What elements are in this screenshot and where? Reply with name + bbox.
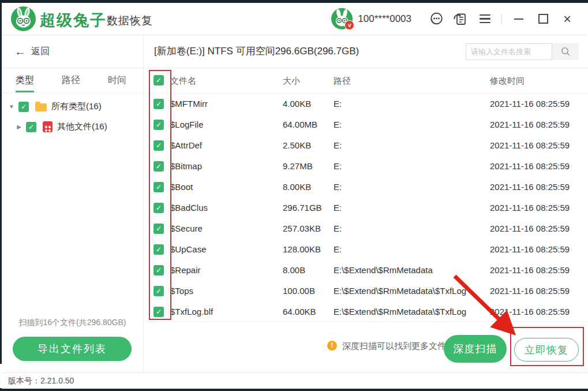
action-bar: ! 深度扫描可以找到更多文件 深度扫描 立即恢复 xyxy=(144,321,588,373)
tab-time[interactable]: 时间 xyxy=(94,68,140,92)
file-name: $Tops xyxy=(170,281,193,301)
file-path: E: xyxy=(334,156,342,177)
table-row[interactable]: ✓$Secure257.03KBE:2021-11-16 08:25:59 xyxy=(144,218,588,239)
row-checkbox[interactable]: ✓ xyxy=(153,244,164,255)
file-size: 2.50KB xyxy=(283,135,311,156)
export-file-list-button[interactable]: 导出文件列表 xyxy=(13,337,132,361)
caret-down-icon[interactable]: ▼ xyxy=(8,103,16,110)
status-bar: 版本号：2.21.0.50 xyxy=(2,373,588,389)
file-modified: 2021-11-16 08:25:59 xyxy=(490,239,570,260)
file-size: 128.00KB xyxy=(283,239,321,260)
tree-checkbox[interactable]: ✓ xyxy=(18,102,29,112)
tab-path[interactable]: 路径 xyxy=(48,68,94,92)
table-row[interactable]: ✓$TxfLog.blf64.00KBE:\$Extend\$RmMetadat… xyxy=(144,301,588,322)
caret-right-icon[interactable]: ▶ xyxy=(15,124,23,130)
file-path: E:\$Extend\$RmMetadata xyxy=(334,260,433,281)
file-name: $UpCase xyxy=(170,239,207,260)
file-size: 257.03KB xyxy=(283,218,321,239)
tree-checkbox[interactable]: ✓ xyxy=(26,122,36,132)
product-title: 数据恢复 xyxy=(107,13,153,28)
table-row[interactable]: ✓$Tops100.00BE:\$Extend\$RmMetadata\$Txf… xyxy=(144,281,588,301)
file-name: $Secure xyxy=(170,218,203,239)
row-checkbox[interactable]: ✓ xyxy=(153,99,164,109)
file-name: $Boot xyxy=(170,177,193,198)
file-path: E: xyxy=(334,177,342,198)
deep-scan-button[interactable]: 深度扫描 xyxy=(444,335,507,363)
vip-badge: V xyxy=(344,20,354,30)
file-path: E: xyxy=(334,114,342,135)
row-checkbox[interactable]: ✓ xyxy=(153,120,164,130)
file-name: $TxfLog.blf xyxy=(170,301,213,322)
file-name: $Bitmap xyxy=(170,156,202,177)
file-modified: 2021-11-16 08:25:59 xyxy=(490,260,570,281)
folder-icon xyxy=(35,103,47,111)
scan-summary: 扫描到16个文件(共296.80GB) xyxy=(2,318,143,328)
column-header-name[interactable]: 文件名 xyxy=(170,68,196,93)
file-modified: 2021-11-16 08:25:59 xyxy=(490,301,570,322)
file-size: 296.71GB xyxy=(283,198,322,218)
file-size: 64.00MB xyxy=(283,114,317,135)
file-size: 8.00B xyxy=(283,260,305,281)
row-checkbox[interactable]: ✓ xyxy=(153,140,164,151)
feedback-icon[interactable] xyxy=(452,10,469,28)
column-header-size[interactable]: 大小 xyxy=(283,68,300,93)
customer-service-icon[interactable] xyxy=(428,10,445,28)
table-row[interactable]: ✓$Bitmap9.27MBE:2021-11-16 08:25:59 xyxy=(144,156,588,177)
tree-item-other-files[interactable]: ▶ ✓ 其他文件(16) xyxy=(2,117,143,137)
file-modified: 2021-11-16 08:25:59 xyxy=(490,156,570,177)
tree-item-all-types[interactable]: ▼ ✓ 所有类型(16) xyxy=(2,96,143,117)
main-panel: [新加卷(E:)] NTFS 可用空间296.6GB(296.7GB) ✓ 文件… xyxy=(144,35,588,373)
user-avatar[interactable]: V xyxy=(331,8,353,29)
table-row[interactable]: ✓$BadClus296.71GBE:2021-11-16 08:25:59 xyxy=(144,198,588,218)
column-header-path[interactable]: 路径 xyxy=(334,68,351,93)
recover-now-button[interactable]: 立即恢复 xyxy=(514,338,579,362)
tab-type[interactable]: 类型 xyxy=(2,68,48,92)
warning-icon: ! xyxy=(327,341,337,351)
file-modified: 2021-11-16 08:25:59 xyxy=(490,218,570,239)
file-path: E: xyxy=(334,218,342,239)
app-logo-rabbit-icon xyxy=(11,6,36,31)
title-bar: 超级兔子 数据恢复 V 100****0003 xyxy=(2,3,586,35)
search-button[interactable] xyxy=(552,43,579,60)
column-header-modified[interactable]: 修改时间 xyxy=(490,68,525,93)
table-row[interactable]: ✓$Boot8.00KBE:2021-11-16 08:25:59 xyxy=(144,177,588,198)
file-path: E: xyxy=(334,94,342,114)
table-header: ✓ 文件名 大小 路径 修改时间 xyxy=(144,68,588,94)
select-all-checkbox[interactable]: ✓ xyxy=(153,75,164,85)
row-checkbox[interactable]: ✓ xyxy=(153,161,164,172)
row-checkbox[interactable]: ✓ xyxy=(153,182,164,192)
row-checkbox[interactable]: ✓ xyxy=(153,265,164,275)
row-checkbox[interactable]: ✓ xyxy=(153,224,164,234)
file-path: E:\$Extend\$RmMetadata\$TxfLog xyxy=(334,301,466,322)
row-checkbox[interactable]: ✓ xyxy=(153,307,164,317)
version-label: 版本号：2.21.0.50 xyxy=(8,376,74,386)
file-path: E: xyxy=(334,239,342,260)
table-row[interactable]: ✓$MFTMirr4.00KBE:2021-11-16 08:25:59 xyxy=(144,94,588,114)
table-row[interactable]: ✓$Repair8.00BE:\$Extend\$RmMetadata2021-… xyxy=(144,260,588,281)
file-path: E: xyxy=(334,198,342,218)
file-name: $Repair xyxy=(170,260,201,281)
file-name: $AttrDef xyxy=(170,135,202,156)
volume-title: [新加卷(E:)] NTFS 可用空间296.6GB(296.7GB) xyxy=(154,35,359,68)
row-checkbox[interactable]: ✓ xyxy=(153,286,164,296)
row-checkbox[interactable]: ✓ xyxy=(153,203,164,213)
file-modified: 2021-11-16 08:25:59 xyxy=(490,114,570,135)
maximize-button[interactable] xyxy=(534,10,552,28)
file-modified: 2021-11-16 08:25:59 xyxy=(490,198,570,218)
menu-icon[interactable] xyxy=(476,10,493,28)
file-path: E: xyxy=(334,135,342,156)
file-size: 9.27MB xyxy=(283,156,313,177)
sidebar-tabs: 类型 路径 时间 xyxy=(2,68,143,93)
minimize-button[interactable] xyxy=(510,10,527,28)
table-row[interactable]: ✓$UpCase128.00KBE:2021-11-16 08:25:59 xyxy=(144,239,588,260)
table-row[interactable]: ✓$AttrDef2.50KBE:2021-11-16 08:25:59 xyxy=(144,135,588,156)
back-label: 返回 xyxy=(31,46,50,58)
search-input[interactable] xyxy=(466,43,552,60)
account-number: 100****0003 xyxy=(358,13,411,25)
titlebar-divider xyxy=(501,13,502,25)
table-row[interactable]: ✓$LogFile64.00MBE:2021-11-16 08:25:59 xyxy=(144,114,588,135)
deep-scan-hint: 深度扫描可以找到更多文件 xyxy=(342,341,446,351)
back-button[interactable]: ← 返回 xyxy=(2,35,143,68)
file-type-tree: ▼ ✓ 所有类型(16) ▶ ✓ 其他文件(16) xyxy=(2,93,143,137)
close-button[interactable]: × xyxy=(559,10,576,28)
